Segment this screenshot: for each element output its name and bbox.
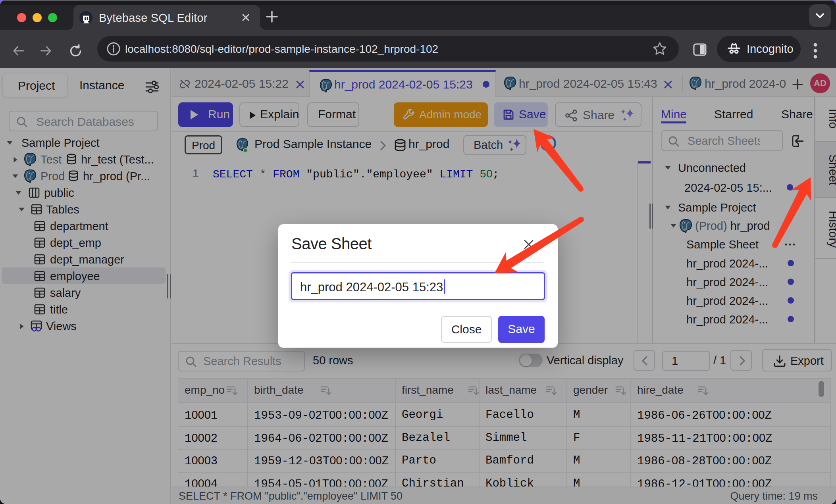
close-window-button[interactable] bbox=[17, 13, 26, 22]
dialog-save-button[interactable]: Save bbox=[498, 316, 545, 343]
url-bar[interactable]: localhost:8080/sql-editor/prod-sample-in… bbox=[97, 36, 679, 62]
minimize-window-button[interactable] bbox=[33, 13, 42, 22]
browser-menu-icon[interactable] bbox=[813, 43, 818, 59]
bookmark-star-icon[interactable] bbox=[652, 41, 667, 56]
incognito-icon bbox=[727, 42, 741, 55]
sheet-name-input[interactable]: hr_prod 2024-02-05 15:23 bbox=[291, 272, 545, 300]
browser-window: Bytebase SQL Editor localhost:8080/sql-e… bbox=[0, 0, 836, 504]
new-tab-icon[interactable] bbox=[265, 10, 279, 23]
input-text: hr_prod 2024-02-05 15:23 bbox=[300, 280, 443, 294]
forward-icon[interactable] bbox=[40, 45, 52, 56]
reload-icon[interactable] bbox=[69, 44, 82, 58]
dialog-title: Save Sheet bbox=[291, 235, 372, 253]
browser-tab[interactable]: Bytebase SQL Editor bbox=[73, 5, 260, 30]
tab-search-button[interactable] bbox=[809, 4, 831, 27]
url-text: localhost:8080/sql-editor/prod-sample-in… bbox=[125, 43, 438, 56]
text-caret bbox=[444, 279, 445, 294]
incognito-badge: Incognito bbox=[717, 36, 801, 62]
window-top-edge bbox=[0, 0, 836, 5]
bytebase-app: Project Instance Search Databases Sample… bbox=[0, 68, 836, 504]
site-info-icon[interactable] bbox=[106, 41, 121, 56]
back-icon[interactable] bbox=[12, 45, 24, 56]
close-button-label: Close bbox=[442, 323, 491, 336]
save-button-label: Save bbox=[498, 322, 545, 336]
browser-navbar: localhost:8080/sql-editor/prod-sample-in… bbox=[0, 30, 836, 68]
dialog-close-button[interactable]: Close bbox=[441, 316, 492, 343]
dialog-close-icon[interactable] bbox=[523, 239, 535, 250]
chevron-down-icon bbox=[815, 12, 825, 20]
browser-tab-title: Bytebase SQL Editor bbox=[99, 12, 208, 25]
bytebase-favicon bbox=[79, 11, 92, 24]
sheet-name-value: hr_prod 2024-02-05 15:23 bbox=[300, 279, 445, 294]
browser-chrome: Bytebase SQL Editor localhost:8080/sql-e… bbox=[0, 0, 836, 68]
save-sheet-dialog: Save Sheet hr_prod 2024-02-05 15:23 Clos… bbox=[278, 224, 558, 348]
incognito-label: Incognito bbox=[747, 42, 794, 56]
close-tab-icon[interactable] bbox=[240, 12, 251, 23]
dialog-divider bbox=[291, 262, 544, 263]
zoom-window-button[interactable] bbox=[48, 13, 57, 22]
side-panel-icon[interactable] bbox=[693, 43, 707, 56]
